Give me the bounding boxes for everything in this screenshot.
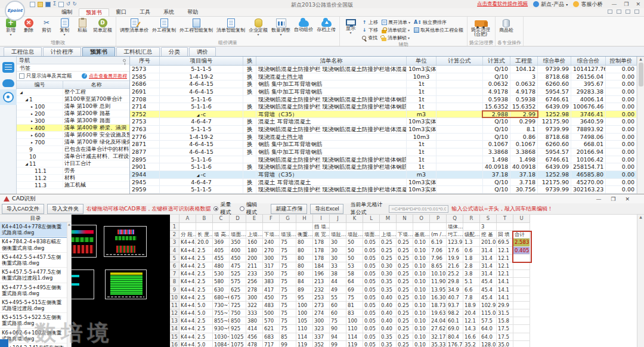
sheet-cell[interactable]: [513, 262, 530, 270]
sheet-cell[interactable]: 333: [246, 309, 263, 317]
table-cell[interactable]: 15.6352: [483, 103, 510, 110]
table-row[interactable]: 29595-1-1-5换现浇钢筋混凝土防撞护栏 现浇钢筋混凝土防撞护栏墙体混凝土…: [130, 186, 637, 194]
sheet-cell[interactable]: 44: [330, 278, 346, 286]
table-cell[interactable]: 8718.68: [538, 134, 571, 141]
table-cell[interactable]: 0.00: [606, 111, 637, 118]
table-cell[interactable]: 9739.99: [538, 66, 571, 73]
sheet-cell[interactable]: 18.9: [463, 302, 480, 309]
sheet-cell[interactable]: 12.1: [497, 270, 513, 278]
grid-col-header[interactable]: 序号: [130, 57, 160, 65]
ribbon-tab-窗口[interactable]: 窗口: [109, 8, 133, 16]
sheet-cell[interactable]: 2.8: [463, 262, 480, 270]
table-cell[interactable]: 0.00: [606, 96, 637, 103]
sheet-cell[interactable]: 29.8: [447, 278, 463, 286]
ribbon-button-monitor[interactable]: 显示▾: [342, 17, 360, 42]
cad-drawing-preview[interactable]: [72, 215, 170, 347]
sheet-cell[interactable]: 0.05: [363, 238, 380, 246]
sheet-cell[interactable]: K4+4…: [179, 333, 196, 341]
sheet-cell[interactable]: 80: [296, 270, 313, 278]
table-cell[interactable]: [436, 163, 483, 171]
sheet-cell[interactable]: 0.10: [413, 270, 430, 278]
table-cell[interactable]: 5-1-1-6: [160, 103, 243, 110]
sheet-cell[interactable]: 1.8: [463, 255, 480, 262]
table-cell[interactable]: 29283.38: [571, 88, 606, 95]
table-cell[interactable]: 换: [243, 88, 256, 95]
sheet-cell[interactable]: 675: [230, 294, 246, 302]
table-cell[interactable]: 2714: [130, 103, 160, 110]
sheet-cell[interactable]: 84: [296, 278, 313, 286]
sheet-cell[interactable]: 0.10: [413, 255, 430, 262]
sheet-cell[interactable]: K4+4…: [179, 286, 196, 294]
cad-close-button[interactable]: ✕: [625, 196, 630, 202]
grid-col-header[interactable]: 计算公式: [436, 57, 483, 65]
table-cell[interactable]: 换: [243, 134, 256, 141]
sheet-cell[interactable]: 45.4: [480, 278, 497, 286]
sheet-col-header[interactable]: C: [213, 215, 230, 223]
table-cell[interactable]: 1-4-19-2: [160, 134, 243, 141]
support-chat[interactable]: 客服小桥: [573, 1, 602, 8]
sheet-cell[interactable]: 478: [246, 341, 263, 347]
sheet-cell[interactable]: 0.40: [380, 325, 397, 333]
table-cell[interactable]: 4-6-4-15: [160, 80, 243, 88]
sheet-cell[interactable]: 0.35: [380, 333, 397, 341]
sheet-cell[interactable]: 317: [263, 262, 280, 270]
table-row[interactable]: 27085-1-1-6现浇钢筋混凝土防撞护栏 现浇钢筋混凝土防撞护栏墙体钢筋1t…: [130, 96, 637, 104]
sheet-cell[interactable]: 0.25: [397, 317, 413, 325]
ribbon-button-smart-copy[interactable]: 外工程智能复制: [178, 17, 215, 40]
sheet-scrollbar[interactable]: ▲: [637, 215, 644, 347]
sheet-cell[interactable]: 0.40: [380, 294, 397, 302]
sheet-cell[interactable]: 178: [313, 238, 330, 246]
sheet-cell[interactable]: 12.1: [497, 262, 513, 270]
table-cell[interactable]: [436, 186, 483, 193]
table-row[interactable]: 27534-6-4-7换混凝土 耳背墙混凝土10m3实体Q/100.299121…: [130, 118, 637, 126]
ribbon-button-fetch[interactable]: 取其他单位工程金额: [412, 26, 465, 34]
table-cell[interactable]: 9739.99: [538, 126, 571, 133]
table-cell[interactable]: 37.18: [510, 171, 538, 178]
sheet-cell[interactable]: 450: [230, 255, 246, 262]
table-cell[interactable]: 0.1067: [483, 141, 510, 148]
table-cell[interactable]: 换: [243, 118, 256, 125]
sheet-cell[interactable]: [513, 341, 530, 347]
table-cell[interactable]: 换: [243, 141, 256, 148]
tree-arrow-icon[interactable]: ▸: [29, 140, 35, 144]
sheet-cell[interactable]: 2.583: [513, 238, 530, 246]
sheet-cell[interactable]: [246, 223, 263, 231]
ribbon-button-find[interactable]: 查找: [360, 34, 380, 42]
table-cell[interactable]: [436, 141, 483, 148]
table-cell[interactable]: 2691: [130, 88, 160, 95]
sheet-cell[interactable]: 0.10: [413, 238, 430, 246]
sheet-cell[interactable]: 273: [313, 302, 330, 309]
ribbon-button-add[interactable]: 新增▾: [2, 17, 20, 40]
sheet-cell[interactable]: 58: [346, 270, 363, 278]
table-cell[interactable]: 1t: [407, 103, 436, 110]
table-cell[interactable]: 5-1-1-6: [160, 156, 243, 163]
sheet-cell[interactable]: 717: [263, 341, 280, 347]
tree-row[interactable]: 11.3施工机械: [17, 182, 129, 189]
sheet-cell[interactable]: K4+4…: [179, 262, 196, 270]
sheet-row-header[interactable]: 12: [170, 309, 179, 317]
table-cell[interactable]: 104.12: [510, 66, 538, 73]
ribbon-button-up[interactable]: ↑上移: [360, 18, 380, 26]
grid-col-header[interactable]: 综合单价: [538, 57, 571, 65]
file-list-scrollbar[interactable]: ▲: [67, 222, 71, 347]
table-cell[interactable]: 0.0632: [483, 80, 510, 88]
sheet-cell[interactable]: 31.4: [480, 255, 497, 262]
sheet-row-header[interactable]: 5: [170, 255, 179, 262]
table-cell[interactable]: 3746.41: [571, 111, 606, 118]
sheet-cell[interactable]: 0.25: [397, 255, 413, 262]
video-tutorial-link[interactable]: 点击查看软件操作视频: [477, 1, 528, 8]
sheet-cell[interactable]: 衡重…: [296, 231, 313, 238]
sheet-cell[interactable]: 14.1: [497, 278, 513, 286]
sheet-cell[interactable]: 0.6: [463, 247, 480, 255]
ribbon-button-quota[interactable]: 简单定额: [91, 17, 114, 40]
sheet-cell[interactable]: 50: [346, 255, 363, 262]
sheet-cell[interactable]: 176.7: [447, 341, 463, 347]
sheet-cell[interactable]: 75: [330, 317, 346, 325]
sheet-cell[interactable]: 480: [213, 262, 230, 270]
grid-col-header[interactable]: 计算式: [483, 57, 510, 65]
grid-col-header[interactable]: 控制单价: [606, 57, 637, 65]
expand-triangle-icon[interactable]: ◢: [197, 173, 200, 177]
sheet-cell[interactable]: [513, 270, 530, 278]
tab-工料机汇总[interactable]: 工料机汇总: [116, 47, 160, 56]
sheet-cell[interactable]: 0.35: [380, 278, 397, 286]
